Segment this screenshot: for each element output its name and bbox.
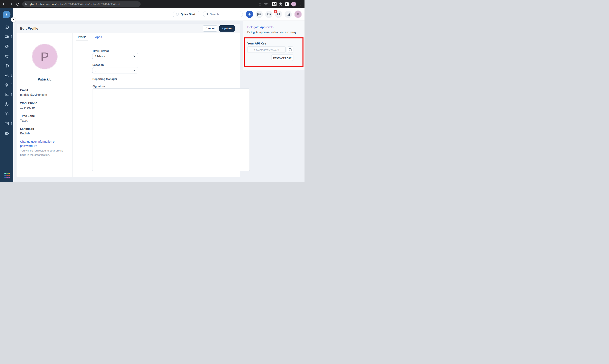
tab-profile[interactable]: Profile: [76, 33, 88, 40]
url-text: zylker.freshservice.com/profiles/2700404…: [29, 3, 120, 6]
sidebar-item-alerts[interactable]: [2, 72, 11, 79]
alerts-icon: [4, 73, 9, 78]
update-button[interactable]: Update: [219, 25, 235, 32]
chevron-down-icon: [133, 55, 135, 57]
copy-icon: [289, 48, 292, 51]
contracts-kebab-icon[interactable]: [11, 93, 12, 96]
dashboard-icon: [4, 25, 9, 29]
location-select[interactable]: ...: [92, 67, 138, 73]
url-path: /profiles/27004047904/edit/a/profiles/27…: [56, 3, 120, 6]
delegate-approvals-link[interactable]: Delegate Approvals: [247, 25, 273, 29]
sidebar-item-solutions[interactable]: [2, 110, 11, 117]
chevron-right-icon: [12, 19, 14, 21]
search-input[interactable]: [210, 13, 238, 16]
global-search[interactable]: [203, 11, 243, 17]
sidebar-item-contracts[interactable]: [2, 91, 11, 98]
sidebar-item-problems[interactable]: [2, 43, 11, 50]
url-bar[interactable]: zylker.freshservice.com/profiles/2700404…: [22, 1, 141, 7]
help-badge: 8: [274, 10, 277, 13]
language-label: Language: [20, 127, 34, 130]
tickets-icon: [4, 35, 9, 39]
settings-icon: [4, 131, 9, 136]
problems-icon: [4, 44, 9, 49]
storefront-icon: [286, 12, 290, 16]
sidebar-item-dashboard[interactable]: [2, 24, 11, 31]
sidebar-item-releases[interactable]: [2, 62, 11, 69]
reset-api-key-button[interactable]: Reset API Key: [271, 54, 293, 61]
change-user-info-label: Change user information or password: [20, 140, 55, 147]
work-phone-label: Work Phone: [20, 101, 37, 105]
sidebar: [0, 8, 13, 182]
redirect-note: You will be redirected to your profile p…: [20, 148, 68, 157]
quick-start-button[interactable]: Quick Start: [173, 11, 199, 17]
sidebar-item-analytics[interactable]: [2, 120, 11, 127]
sidebar-item-settings[interactable]: [2, 130, 11, 137]
profile-name: Patrick L: [16, 78, 73, 81]
quick-start-label: Quick Start: [181, 13, 195, 16]
signature-textarea[interactable]: [92, 88, 250, 171]
browser-refresh-icon[interactable]: [15, 0, 20, 8]
profile-form-panel: Profile Apps Time Format 12-hour Locatio…: [73, 33, 240, 177]
releases-icon: [4, 64, 9, 68]
contracts-icon: [4, 92, 9, 97]
edit-profile-card: Edit Profile Cancel Update P Patrick L E…: [16, 24, 240, 177]
location-value: ...: [95, 69, 133, 72]
share-icon[interactable]: [257, 0, 263, 8]
language-value: English: [20, 132, 30, 135]
reporting-manager-label: Reporting Manager: [93, 78, 117, 80]
alerts-kebab-icon[interactable]: [11, 74, 12, 77]
qr-extension-icon[interactable]: [271, 0, 277, 8]
assets-icon: [4, 83, 9, 87]
switcher-card-button[interactable]: [256, 11, 263, 18]
help-button[interactable]: [265, 11, 272, 18]
api-key-input[interactable]: [247, 46, 285, 53]
time-zone-label: Time Zone: [20, 114, 35, 117]
email-value: patrick.l@zylker.com: [20, 93, 47, 96]
user-avatar[interactable]: P: [294, 11, 302, 18]
email-label: Email: [20, 89, 28, 92]
lock-icon: [25, 3, 27, 6]
app-header: Quick Start + 8 P: [13, 8, 304, 21]
signature-label: Signature: [93, 85, 105, 88]
tickets-kebab-icon[interactable]: [11, 35, 12, 38]
sidebar-item-assets[interactable]: [2, 81, 11, 89]
time-format-select[interactable]: 12-hour: [92, 53, 138, 59]
browser-profile-avatar[interactable]: P: [291, 2, 296, 6]
profile-side-panel: Delegate Approvals Delegate approvals wh…: [243, 21, 304, 70]
freshservice-logo[interactable]: [3, 11, 11, 18]
side-panel-icon[interactable]: [284, 0, 290, 8]
profile-summary-panel: P Patrick L Email patrick.l@zylker.com W…: [16, 33, 73, 177]
sidebar-item-tickets[interactable]: [2, 33, 11, 40]
help-icon: [267, 12, 271, 16]
chevron-down-icon: [133, 70, 135, 71]
extensions-puzzle-icon[interactable]: [278, 0, 283, 8]
profile-avatar[interactable]: P: [32, 44, 58, 69]
browser-forward-icon[interactable]: [8, 0, 14, 8]
bookmark-star-icon[interactable]: [263, 0, 269, 8]
browser-menu-icon[interactable]: [298, 0, 304, 8]
browser-back-icon[interactable]: [2, 0, 7, 8]
admin-icon: [4, 102, 9, 106]
bolt-icon: [5, 13, 8, 16]
copy-api-key-button[interactable]: [287, 46, 293, 53]
solutions-icon: [4, 112, 9, 116]
sidebar-item-admin[interactable]: [2, 101, 11, 108]
sidebar-expand-button[interactable]: [11, 17, 16, 22]
url-domain: zylker.freshservice.com: [29, 3, 56, 6]
cancel-button[interactable]: Cancel: [203, 25, 217, 32]
tab-bar: Profile Apps: [73, 33, 240, 40]
bell-icon: [276, 12, 281, 16]
time-format-label: Time Format: [93, 49, 109, 52]
change-user-info-link[interactable]: Change user information or password: [20, 140, 60, 148]
marketplace-button[interactable]: [284, 11, 292, 18]
screen: zylker.freshservice.com/profiles/2700404…: [0, 0, 304, 182]
edit-profile-header: Edit Profile Cancel Update: [16, 24, 240, 33]
app-switcher-icon[interactable]: [4, 173, 9, 177]
sidebar-item-changes[interactable]: [2, 52, 11, 60]
tab-apps[interactable]: Apps: [95, 33, 103, 40]
browser-chrome: zylker.freshservice.com/profiles/2700404…: [0, 0, 304, 8]
search-icon: [205, 13, 208, 16]
new-item-button[interactable]: +: [246, 11, 253, 18]
analytics-kebab-icon[interactable]: [11, 122, 12, 125]
assets-kebab-icon[interactable]: [11, 83, 12, 86]
